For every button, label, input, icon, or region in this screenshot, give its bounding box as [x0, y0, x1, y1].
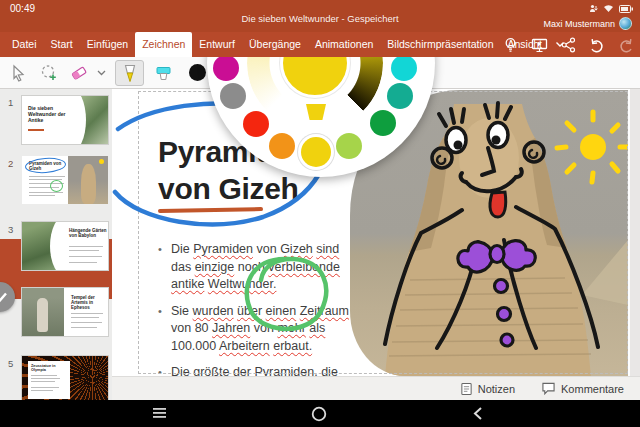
thumb2-sun [99, 159, 104, 164]
user-name[interactable]: Maxi Mustermann [543, 19, 615, 29]
pen-tool-black[interactable] [189, 64, 206, 81]
thumb2-blue-ink [25, 157, 67, 175]
tab-datei[interactable]: Datei [5, 32, 44, 57]
notes-button[interactable]: Notizen [460, 382, 515, 396]
footer-bar: Notizen Kommentare [112, 376, 640, 400]
eraser-tool[interactable] [66, 60, 92, 86]
select-cursor-tool[interactable] [5, 60, 31, 86]
tab-uebergaenge[interactable]: Übergänge [242, 32, 308, 57]
thumb5-title: Zeusstatue in Olympia [31, 364, 67, 373]
slide-number: 1 [8, 97, 13, 108]
home-icon[interactable] [311, 406, 327, 422]
tab-einfuegen[interactable]: Einfügen [80, 32, 135, 57]
slide-thumbnail-5[interactable]: Zeusstatue in Olympia [22, 356, 108, 400]
system-status-icons [589, 4, 633, 13]
tab-start[interactable]: Start [44, 32, 80, 57]
present-icon[interactable] [531, 37, 548, 53]
finish-drawing-button[interactable] [0, 282, 15, 312]
slide-thumbnail-1[interactable]: Die sieben Weltwunder der Antike [22, 96, 108, 144]
slide-thumbnail-2[interactable]: Pyramiden von Gizeh [22, 156, 108, 204]
thumb1-title: Die sieben Weltwunder der Antike [28, 106, 76, 123]
powerpoint-app: 00:49 Die sieben Weltwunder - Gespeicher… [0, 0, 640, 427]
android-nav-bar [0, 400, 640, 427]
color-swatch-cyan[interactable] [391, 55, 417, 81]
color-swatch-yellow-green[interactable] [336, 133, 362, 159]
redo-icon[interactable] [618, 37, 634, 53]
slide-thumbnail-panel: 1 Die sieben Weltwunder der Antike 2 Pyr… [0, 89, 112, 400]
comments-icon [541, 382, 556, 395]
color-swatch-gray[interactable] [220, 83, 246, 109]
menu-icon[interactable] [152, 406, 167, 420]
comments-button[interactable]: Kommentare [541, 382, 624, 395]
thumb2-green-ink [50, 180, 63, 192]
checkmark-icon [0, 282, 15, 312]
undo-icon[interactable] [589, 37, 605, 53]
color-swatch-green[interactable] [370, 110, 396, 136]
color-swatch-red[interactable] [243, 111, 269, 137]
lasso-icon [40, 64, 58, 82]
cursor-icon [9, 64, 27, 82]
ribbon-action-icons [503, 32, 634, 57]
color-swatch-yellow-selected[interactable] [301, 137, 331, 167]
pen-icon [120, 63, 140, 84]
color-swatch-orange[interactable] [269, 133, 295, 159]
share-icon[interactable] [561, 37, 576, 53]
data-saver-icon [589, 4, 598, 13]
pen-tool-yellow[interactable] [115, 60, 144, 86]
tab-zeichnen[interactable]: Zeichnen [135, 32, 192, 57]
thumb3-title: Hängende Gärten von Babylon [69, 228, 107, 238]
slide-number: 3 [8, 224, 13, 235]
notes-icon [460, 382, 473, 396]
eraser-dropdown-chevron[interactable] [92, 60, 110, 86]
battery-icon [619, 5, 633, 13]
tab-entwurf[interactable]: Entwurf [192, 32, 242, 57]
eraser-icon [69, 64, 89, 82]
highlighter-icon [154, 64, 173, 83]
slide-number: 5 [8, 358, 13, 369]
lightbulb-tellme-icon[interactable] [503, 37, 518, 53]
color-swatch-magenta[interactable] [213, 55, 239, 81]
lasso-select-tool[interactable] [36, 60, 62, 86]
highlighter-tool-cyan[interactable] [150, 60, 176, 86]
wifi-icon [603, 4, 614, 13]
color-swatch-teal[interactable] [387, 83, 413, 109]
back-icon[interactable] [472, 406, 484, 421]
shade-pointer[interactable] [303, 101, 329, 123]
slide-thumbnail-3[interactable]: Hängende Gärten von Babylon [22, 222, 108, 270]
slide-thumbnail-4[interactable]: Tempel der Artemis in Ephesos [22, 288, 108, 336]
tab-animationen[interactable]: Animationen [308, 32, 380, 57]
thumb4-title: Tempel der Artemis in Ephesos [71, 295, 107, 311]
tab-bildschirmpraesentation[interactable]: Bildschirmpräsentation [380, 32, 500, 57]
user-avatar[interactable] [619, 17, 632, 30]
title-bar: 00:49 Die sieben Weltwunder - Gespeicher… [0, 0, 640, 32]
slide-number: 2 [8, 158, 13, 169]
